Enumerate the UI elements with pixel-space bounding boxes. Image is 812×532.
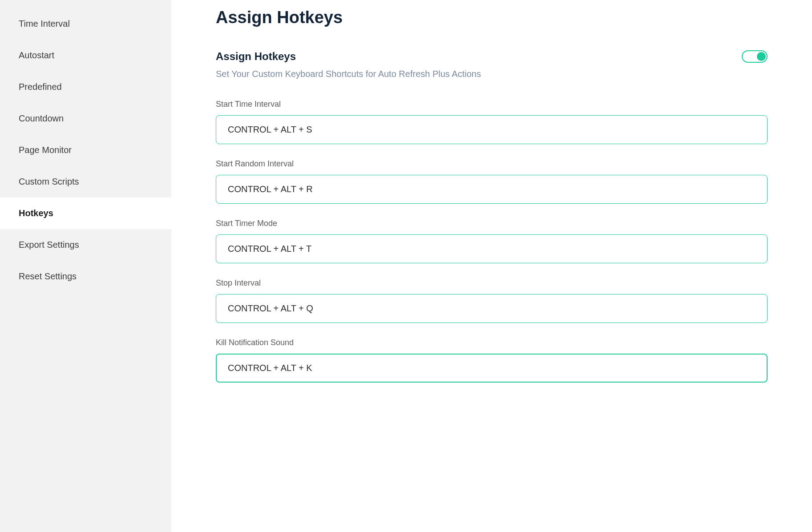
field-start-time-interval: Start Time Interval (216, 100, 768, 144)
sidebar-item-label: Predefined (19, 82, 62, 92)
section-subtitle: Set Your Custom Keyboard Shortcuts for A… (216, 69, 768, 79)
sidebar-item-label: Countdown (19, 113, 64, 123)
field-label: Kill Notification Sound (216, 338, 768, 347)
page-title: Assign Hotkeys (216, 8, 768, 27)
hotkey-input-kill-notification-sound[interactable] (216, 354, 768, 383)
field-label: Start Random Interval (216, 159, 768, 169)
sidebar-item-autostart[interactable]: Autostart (0, 40, 171, 71)
assign-hotkeys-toggle[interactable] (742, 50, 768, 63)
sidebar: Time Interval Autostart Predefined Count… (0, 0, 171, 532)
sidebar-item-label: Page Monitor (19, 145, 72, 155)
sidebar-item-label: Hotkeys (19, 208, 53, 218)
hotkey-input-start-random-interval[interactable] (216, 175, 768, 204)
sidebar-item-custom-scripts[interactable]: Custom Scripts (0, 166, 171, 197)
sidebar-item-time-interval[interactable]: Time Interval (0, 8, 171, 40)
sidebar-item-label: Export Settings (19, 240, 79, 250)
section-header: Assign Hotkeys (216, 50, 768, 63)
sidebar-item-label: Autostart (19, 50, 54, 60)
main-content: Assign Hotkeys Assign Hotkeys Set Your C… (171, 0, 812, 532)
sidebar-item-countdown[interactable]: Countdown (0, 103, 171, 134)
sidebar-item-reset-settings[interactable]: Reset Settings (0, 261, 171, 292)
field-label: Stop Interval (216, 278, 768, 288)
field-kill-notification-sound: Kill Notification Sound (216, 338, 768, 383)
field-stop-interval: Stop Interval (216, 278, 768, 323)
field-start-random-interval: Start Random Interval (216, 159, 768, 204)
sidebar-item-hotkeys[interactable]: Hotkeys (0, 197, 171, 229)
hotkey-input-stop-interval[interactable] (216, 294, 768, 323)
sidebar-item-label: Reset Settings (19, 271, 77, 281)
sidebar-item-export-settings[interactable]: Export Settings (0, 229, 171, 261)
field-start-timer-mode: Start Timer Mode (216, 219, 768, 263)
sidebar-item-label: Custom Scripts (19, 177, 79, 186)
toggle-knob (757, 52, 766, 61)
hotkey-input-start-timer-mode[interactable] (216, 234, 768, 263)
hotkey-input-start-time-interval[interactable] (216, 115, 768, 144)
section-title: Assign Hotkeys (216, 50, 296, 63)
sidebar-item-page-monitor[interactable]: Page Monitor (0, 134, 171, 166)
sidebar-item-predefined[interactable]: Predefined (0, 71, 171, 103)
field-label: Start Time Interval (216, 100, 768, 109)
field-label: Start Timer Mode (216, 219, 768, 228)
sidebar-item-label: Time Interval (19, 19, 70, 28)
